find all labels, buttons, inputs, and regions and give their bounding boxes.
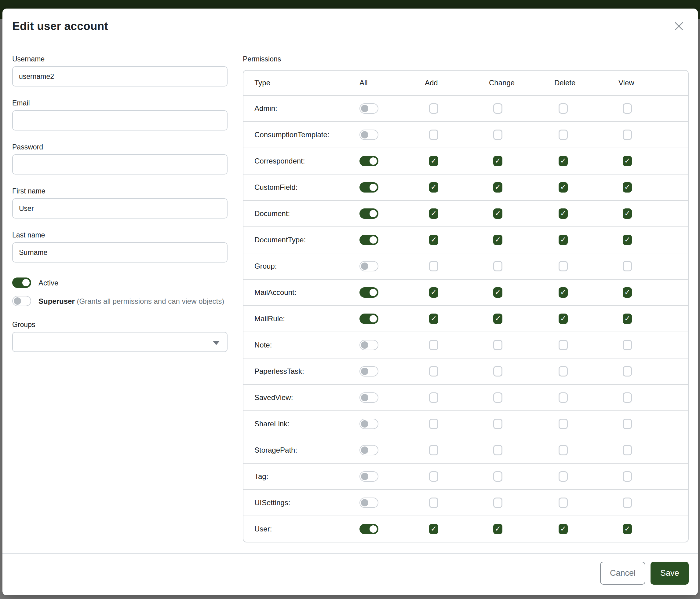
permission-view-checkbox[interactable] bbox=[623, 209, 632, 219]
permission-change-checkbox[interactable] bbox=[493, 314, 502, 324]
permission-delete-checkbox[interactable] bbox=[558, 287, 568, 298]
active-toggle[interactable] bbox=[12, 278, 31, 288]
permission-change-checkbox[interactable] bbox=[493, 182, 502, 193]
permission-view-checkbox[interactable] bbox=[623, 445, 632, 455]
permission-delete-checkbox[interactable] bbox=[558, 209, 568, 219]
permission-all-toggle[interactable] bbox=[359, 392, 378, 403]
permission-add-checkbox[interactable] bbox=[429, 524, 438, 534]
permission-change-checkbox[interactable] bbox=[493, 129, 502, 140]
permission-delete-checkbox[interactable] bbox=[558, 129, 568, 140]
permission-change-checkbox[interactable] bbox=[493, 261, 502, 271]
permission-change-checkbox[interactable] bbox=[493, 156, 502, 166]
permission-view-checkbox[interactable] bbox=[623, 182, 632, 193]
permission-view-checkbox[interactable] bbox=[623, 129, 632, 140]
permission-add-checkbox[interactable] bbox=[429, 261, 438, 271]
permission-all-toggle[interactable] bbox=[359, 366, 378, 377]
permission-add-checkbox[interactable] bbox=[429, 445, 438, 455]
permission-view-checkbox[interactable] bbox=[623, 340, 632, 350]
permission-add-checkbox[interactable] bbox=[429, 366, 438, 377]
first-name-input[interactable] bbox=[12, 198, 227, 218]
permission-change-checkbox[interactable] bbox=[493, 235, 502, 245]
permission-add-checkbox[interactable] bbox=[429, 209, 438, 219]
permission-view-checkbox[interactable] bbox=[623, 103, 632, 114]
permission-all-toggle[interactable] bbox=[359, 419, 378, 429]
permission-change-checkbox[interactable] bbox=[493, 445, 502, 455]
permission-all-toggle[interactable] bbox=[359, 156, 378, 166]
permission-view-checkbox[interactable] bbox=[623, 366, 632, 377]
save-button[interactable]: Save bbox=[651, 562, 689, 585]
permission-all-toggle[interactable] bbox=[359, 129, 378, 140]
permission-add-checkbox[interactable] bbox=[429, 340, 438, 350]
permission-all-toggle[interactable] bbox=[359, 445, 378, 455]
permission-type-label: Group: bbox=[243, 262, 359, 270]
permission-change-checkbox[interactable] bbox=[493, 524, 502, 534]
permission-all-toggle[interactable] bbox=[359, 498, 378, 508]
groups-select[interactable] bbox=[12, 332, 227, 352]
close-icon[interactable] bbox=[672, 20, 686, 33]
permission-delete-checkbox[interactable] bbox=[558, 235, 568, 245]
permission-delete-checkbox[interactable] bbox=[558, 182, 568, 193]
permission-change-checkbox[interactable] bbox=[493, 366, 502, 377]
permission-delete-checkbox[interactable] bbox=[558, 261, 568, 271]
permission-view-checkbox[interactable] bbox=[623, 287, 632, 298]
permission-delete-checkbox[interactable] bbox=[558, 419, 568, 429]
permission-add-checkbox[interactable] bbox=[429, 156, 438, 166]
permission-delete-checkbox[interactable] bbox=[558, 156, 568, 166]
last-name-input[interactable] bbox=[12, 242, 227, 263]
permission-delete-checkbox[interactable] bbox=[558, 103, 568, 114]
permission-all-toggle[interactable] bbox=[359, 340, 378, 350]
permission-change-checkbox[interactable] bbox=[493, 471, 502, 482]
permission-delete-checkbox[interactable] bbox=[558, 366, 568, 377]
permission-add-checkbox[interactable] bbox=[429, 314, 438, 324]
permission-delete-checkbox[interactable] bbox=[558, 445, 568, 455]
permission-view-checkbox[interactable] bbox=[623, 156, 632, 166]
permission-view-checkbox[interactable] bbox=[623, 392, 632, 403]
permission-add-checkbox[interactable] bbox=[429, 103, 438, 114]
permission-change-checkbox[interactable] bbox=[493, 340, 502, 350]
permission-add-checkbox[interactable] bbox=[429, 392, 438, 403]
permission-add-checkbox[interactable] bbox=[429, 498, 438, 508]
cancel-button[interactable]: Cancel bbox=[600, 562, 645, 585]
permission-view-checkbox[interactable] bbox=[623, 314, 632, 324]
permission-view-checkbox[interactable] bbox=[623, 471, 632, 482]
permission-type-label: PaperlessTask: bbox=[243, 367, 359, 376]
permission-change-checkbox[interactable] bbox=[493, 498, 502, 508]
permission-delete-checkbox[interactable] bbox=[558, 392, 568, 403]
permission-view-checkbox[interactable] bbox=[623, 524, 632, 534]
permission-add-checkbox[interactable] bbox=[429, 287, 438, 298]
permission-change-checkbox[interactable] bbox=[493, 419, 502, 429]
permission-delete-checkbox[interactable] bbox=[558, 498, 568, 508]
permission-change-checkbox[interactable] bbox=[493, 287, 502, 298]
permission-all-toggle[interactable] bbox=[359, 235, 378, 245]
permission-all-toggle[interactable] bbox=[359, 182, 378, 193]
permission-all-toggle[interactable] bbox=[359, 524, 378, 534]
permission-add-checkbox[interactable] bbox=[429, 129, 438, 140]
username-input[interactable] bbox=[12, 66, 227, 87]
permissions-section: Permissions Type All Add Change Delete V… bbox=[243, 55, 689, 553]
permission-delete-checkbox[interactable] bbox=[558, 471, 568, 482]
permission-add-checkbox[interactable] bbox=[429, 471, 438, 482]
permission-view-checkbox[interactable] bbox=[623, 261, 632, 271]
superuser-toggle[interactable] bbox=[12, 296, 31, 306]
email-input[interactable] bbox=[12, 110, 227, 130]
permission-all-toggle[interactable] bbox=[359, 209, 378, 219]
permission-all-toggle[interactable] bbox=[359, 314, 378, 324]
permission-delete-checkbox[interactable] bbox=[558, 340, 568, 350]
permission-all-toggle[interactable] bbox=[359, 471, 378, 482]
permission-view-checkbox[interactable] bbox=[623, 235, 632, 245]
permission-change-checkbox[interactable] bbox=[493, 392, 502, 403]
permission-add-checkbox[interactable] bbox=[429, 182, 438, 193]
permission-add-checkbox[interactable] bbox=[429, 419, 438, 429]
permission-view-checkbox[interactable] bbox=[623, 498, 632, 508]
permission-change-checkbox[interactable] bbox=[493, 209, 502, 219]
permission-all-toggle[interactable] bbox=[359, 287, 378, 298]
password-input[interactable] bbox=[12, 154, 227, 174]
permission-delete-checkbox[interactable] bbox=[558, 314, 568, 324]
permission-add-checkbox[interactable] bbox=[429, 235, 438, 245]
permission-all-toggle[interactable] bbox=[359, 261, 378, 271]
permission-type-label: StoragePath: bbox=[243, 446, 359, 454]
permission-delete-checkbox[interactable] bbox=[558, 524, 568, 534]
permission-change-checkbox[interactable] bbox=[493, 103, 502, 114]
permission-view-checkbox[interactable] bbox=[623, 419, 632, 429]
permission-all-toggle[interactable] bbox=[359, 103, 378, 114]
